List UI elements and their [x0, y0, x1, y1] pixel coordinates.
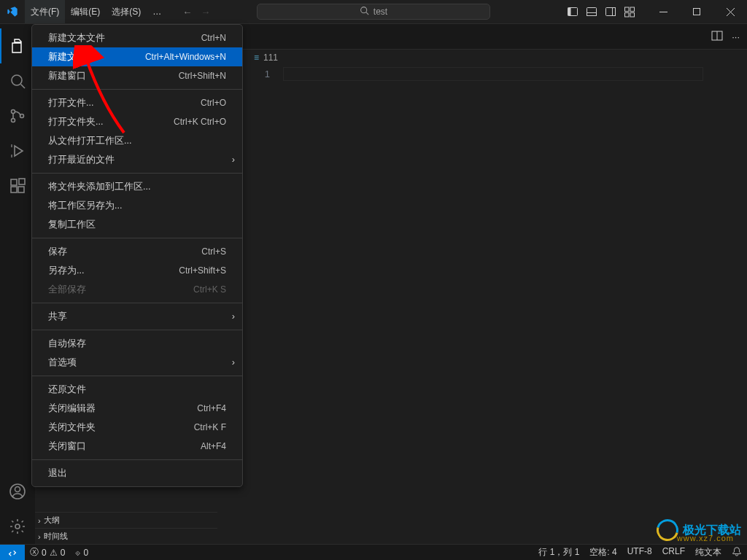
menu-separator	[32, 330, 242, 330]
settings-gear-icon[interactable]	[0, 509, 35, 544]
menu-open-file[interactable]: 打开文件...Ctrl+O	[32, 93, 242, 112]
radio-icon: ⟐	[75, 548, 80, 558]
menu-new-window[interactable]: 新建窗口Ctrl+Shift+N	[32, 66, 242, 85]
svg-point-0	[360, 7, 366, 13]
menu-file[interactable]: 文件(F)	[25, 0, 65, 23]
menu-new-file[interactable]: 新建文件...Ctrl+Alt+Windows+N	[32, 47, 242, 66]
menu-select[interactable]: 选择(S)	[106, 0, 147, 23]
search-text: test	[374, 7, 387, 17]
language-mode[interactable]: 纯文本	[690, 546, 727, 559]
chevron-right-icon: ›	[38, 532, 41, 541]
menu-duplicate-workspace[interactable]: 复制工作区	[32, 215, 242, 234]
menu-close-window[interactable]: 关闭窗口Alt+F4	[32, 437, 242, 456]
menu-separator	[32, 238, 242, 238]
svg-point-27	[15, 487, 20, 492]
customize-layout-icon[interactable]	[620, 6, 639, 18]
ports-button[interactable]: ⟐0	[70, 545, 93, 560]
split-editor-icon[interactable]	[711, 30, 723, 44]
timeline-section[interactable]: ›时间线	[35, 528, 217, 544]
svg-rect-11	[630, 13, 635, 18]
menu-open-recent[interactable]: 打开最近的文件›	[32, 150, 242, 169]
warning-count: 0	[61, 548, 66, 558]
svg-rect-24	[18, 187, 24, 192]
maximize-button[interactable]	[680, 0, 713, 24]
menu-auto-save[interactable]: 自动保存	[32, 334, 242, 353]
more-actions-icon[interactable]: ···	[732, 31, 740, 42]
extensions-icon[interactable]	[0, 168, 35, 203]
menu-save-workspace-as[interactable]: 将工作区另存为...	[32, 196, 242, 215]
menu-separator	[32, 376, 242, 376]
indentation[interactable]: 空格: 4	[584, 546, 622, 559]
accounts-icon[interactable]	[0, 474, 35, 509]
chevron-right-icon: ›	[232, 155, 235, 165]
search-activity-icon[interactable]	[0, 63, 35, 98]
svg-rect-13	[694, 9, 700, 15]
problems-button[interactable]: ⓧ0 ⚠0	[25, 545, 70, 560]
editor-content[interactable]	[283, 66, 747, 544]
layout-controls	[563, 6, 639, 18]
error-icon: ⓧ	[30, 546, 39, 559]
svg-rect-6	[606, 8, 616, 16]
menu-close-editor[interactable]: 关闭编辑器Ctrl+F4	[32, 399, 242, 418]
svg-rect-25	[19, 179, 25, 184]
menu-open-workspace[interactable]: 从文件打开工作区...	[32, 131, 242, 150]
menu-save-all: 全部保存Ctrl+K S	[32, 280, 242, 299]
svg-rect-23	[11, 187, 17, 192]
menu-separator	[32, 459, 242, 460]
line-number: 1	[254, 67, 270, 81]
watermark: 极光下载站 www.xz7.com	[657, 519, 741, 541]
nav-forward-icon[interactable]: →	[201, 7, 210, 18]
svg-line-17	[21, 85, 26, 89]
command-center[interactable]: test	[257, 4, 490, 20]
svg-rect-9	[630, 7, 635, 12]
error-count: 0	[42, 548, 47, 558]
notifications-icon[interactable]	[727, 546, 747, 556]
minimize-button[interactable]	[646, 0, 680, 24]
eol[interactable]: CRLF	[657, 546, 690, 556]
menubar: 文件(F) 编辑(E) 选择(S) …	[25, 0, 168, 23]
remote-button[interactable]	[0, 545, 25, 560]
encoding[interactable]: UTF-8	[622, 546, 657, 556]
toggle-panel-bottom-icon[interactable]	[582, 6, 601, 18]
menu-share[interactable]: 共享›	[32, 307, 242, 326]
svg-point-19	[12, 119, 15, 122]
chevron-right-icon: ›	[232, 357, 235, 368]
menu-open-folder[interactable]: 打开文件夹...Ctrl+K Ctrl+O	[32, 112, 242, 131]
menu-exit[interactable]: 退出	[32, 464, 242, 483]
menu-add-folder-to-workspace[interactable]: 将文件夹添加到工作区...	[32, 177, 242, 196]
explorer-icon[interactable]	[0, 28, 35, 63]
menu-edit[interactable]: 编辑(E)	[65, 0, 106, 23]
menu-separator	[32, 173, 242, 174]
debug-icon[interactable]	[0, 133, 35, 168]
svg-rect-4	[587, 8, 597, 16]
svg-point-28	[15, 524, 20, 529]
outline-section[interactable]: ›大纲	[35, 512, 217, 528]
scm-icon[interactable]	[0, 98, 35, 133]
watermark-url: www.xz7.com	[677, 534, 734, 542]
menu-close-folder[interactable]: 关闭文件夹Ctrl+K F	[32, 418, 242, 437]
menu-revert-file[interactable]: 还原文件	[32, 380, 242, 399]
svg-rect-8	[625, 7, 630, 12]
toggle-panel-left-icon[interactable]	[563, 6, 582, 18]
title-bar: 文件(F) 编辑(E) 选择(S) … ← → test	[0, 0, 747, 24]
svg-rect-5	[587, 13, 597, 16]
close-button[interactable]	[713, 0, 747, 24]
menu-preferences[interactable]: 首选项›	[32, 353, 242, 372]
menu-save[interactable]: 保存Ctrl+S	[32, 242, 242, 261]
nav-back-icon[interactable]: ←	[182, 7, 192, 18]
chevron-right-icon: ›	[232, 311, 235, 322]
nav-arrows: ← →	[182, 7, 210, 18]
chevron-right-icon: ›	[38, 516, 41, 525]
timeline-label: 时间线	[44, 531, 68, 542]
svg-rect-10	[625, 13, 630, 18]
toggle-panel-right-icon[interactable]	[601, 6, 620, 18]
svg-point-16	[12, 75, 22, 85]
menu-more[interactable]: …	[147, 0, 168, 23]
menu-save-as[interactable]: 另存为...Ctrl+Shift+S	[32, 261, 242, 280]
menu-new-text-file[interactable]: 新建文本文件Ctrl+N	[32, 28, 242, 47]
breadcrumb-file: 111	[263, 52, 278, 63]
svg-point-18	[12, 110, 15, 114]
file-menu-dropdown: 新建文本文件Ctrl+N 新建文件...Ctrl+Alt+Windows+N 新…	[31, 24, 243, 487]
current-line-highlight	[283, 67, 703, 81]
cursor-position[interactable]: 行 1，列 1	[533, 546, 584, 559]
